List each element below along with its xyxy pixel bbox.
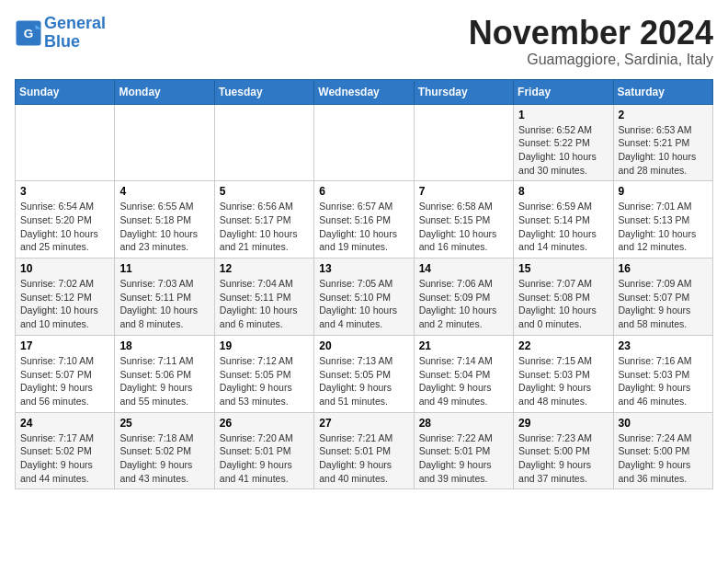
calendar-cell: 6Sunrise: 6:57 AM Sunset: 5:16 PM Daylig… [314, 181, 414, 259]
day-number: 2 [619, 109, 708, 121]
logo-line1: General [44, 14, 106, 32]
day-number: 6 [319, 185, 408, 198]
day-info: Sunrise: 7:15 AM Sunset: 5:03 PM Dayligh… [518, 354, 608, 408]
calendar-cell: 15Sunrise: 7:07 AM Sunset: 5:08 PM Dayli… [514, 259, 613, 336]
calendar-cell: 27Sunrise: 7:21 AM Sunset: 5:01 PM Dayli… [314, 412, 414, 489]
calendar-cell: 20Sunrise: 7:13 AM Sunset: 5:05 PM Dayli… [314, 335, 414, 412]
calendar-cell: 22Sunrise: 7:15 AM Sunset: 5:03 PM Dayli… [514, 335, 613, 412]
weekday-header-sunday: Sunday [16, 79, 115, 104]
calendar-cell: 21Sunrise: 7:14 AM Sunset: 5:04 PM Dayli… [414, 335, 513, 412]
day-number: 18 [119, 339, 209, 352]
day-info: Sunrise: 7:21 AM Sunset: 5:01 PM Dayligh… [319, 431, 408, 486]
day-info: Sunrise: 7:04 AM Sunset: 5:11 PM Dayligh… [220, 277, 309, 331]
day-info: Sunrise: 7:13 AM Sunset: 5:05 PM Dayligh… [319, 354, 408, 408]
day-number: 23 [619, 339, 708, 352]
calendar-week-row: 17Sunrise: 7:10 AM Sunset: 5:07 PM Dayli… [16, 335, 713, 412]
day-number: 11 [119, 262, 209, 275]
calendar-cell: 4Sunrise: 6:55 AM Sunset: 5:18 PM Daylig… [115, 181, 214, 259]
day-info: Sunrise: 7:02 AM Sunset: 5:12 PM Dayligh… [20, 277, 109, 331]
calendar-cell: 12Sunrise: 7:04 AM Sunset: 5:11 PM Dayli… [214, 259, 313, 336]
weekday-header-friday: Friday [514, 79, 613, 104]
calendar-cell [16, 104, 115, 181]
day-number: 14 [419, 262, 508, 275]
day-info: Sunrise: 6:53 AM Sunset: 5:21 PM Dayligh… [619, 123, 708, 178]
logo-icon: G [15, 19, 42, 47]
calendar-cell: 29Sunrise: 7:23 AM Sunset: 5:00 PM Dayli… [514, 412, 613, 489]
day-number: 7 [419, 185, 508, 198]
day-info: Sunrise: 7:09 AM Sunset: 5:07 PM Dayligh… [619, 277, 708, 331]
svg-text:G: G [24, 26, 34, 40]
calendar-cell: 13Sunrise: 7:05 AM Sunset: 5:10 PM Dayli… [314, 259, 414, 336]
weekday-header-tuesday: Tuesday [214, 79, 313, 104]
calendar-title-area: November 2024 Guamaggiore, Sardinia, Ita… [469, 15, 713, 68]
day-number: 1 [518, 109, 608, 121]
calendar-cell: 10Sunrise: 7:02 AM Sunset: 5:12 PM Dayli… [16, 259, 115, 336]
calendar-cell: 7Sunrise: 6:58 AM Sunset: 5:15 PM Daylig… [414, 181, 513, 259]
weekday-header-saturday: Saturday [613, 79, 712, 104]
calendar-cell: 17Sunrise: 7:10 AM Sunset: 5:07 PM Dayli… [16, 335, 115, 412]
day-number: 28 [419, 417, 508, 430]
calendar-cell [115, 104, 214, 181]
day-info: Sunrise: 7:07 AM Sunset: 5:08 PM Dayligh… [518, 277, 608, 331]
month-title: November 2024 [469, 15, 713, 52]
day-info: Sunrise: 7:05 AM Sunset: 5:10 PM Dayligh… [319, 277, 408, 331]
day-info: Sunrise: 7:17 AM Sunset: 5:02 PM Dayligh… [20, 431, 109, 486]
calendar-cell: 30Sunrise: 7:24 AM Sunset: 5:00 PM Dayli… [613, 412, 712, 489]
weekday-header-monday: Monday [115, 79, 214, 104]
calendar-cell: 23Sunrise: 7:16 AM Sunset: 5:03 PM Dayli… [613, 335, 712, 412]
day-number: 4 [119, 185, 209, 198]
day-info: Sunrise: 7:14 AM Sunset: 5:04 PM Dayligh… [419, 354, 508, 408]
calendar-cell: 1Sunrise: 6:52 AM Sunset: 5:22 PM Daylig… [514, 104, 613, 181]
day-info: Sunrise: 7:03 AM Sunset: 5:11 PM Dayligh… [119, 277, 209, 331]
day-number: 19 [220, 339, 309, 352]
day-number: 25 [119, 417, 209, 430]
location-title: Guamaggiore, Sardinia, Italy [469, 52, 713, 68]
day-info: Sunrise: 6:56 AM Sunset: 5:17 PM Dayligh… [220, 200, 309, 254]
day-info: Sunrise: 7:23 AM Sunset: 5:00 PM Dayligh… [518, 431, 608, 486]
day-number: 21 [419, 339, 508, 352]
logo: G General Blue [15, 15, 106, 52]
day-info: Sunrise: 6:58 AM Sunset: 5:15 PM Dayligh… [419, 200, 508, 254]
day-info: Sunrise: 7:11 AM Sunset: 5:06 PM Dayligh… [119, 354, 209, 408]
calendar-cell [314, 104, 414, 181]
day-number: 10 [20, 262, 109, 275]
calendar-week-row: 10Sunrise: 7:02 AM Sunset: 5:12 PM Dayli… [16, 259, 713, 336]
calendar-cell: 16Sunrise: 7:09 AM Sunset: 5:07 PM Dayli… [613, 259, 712, 336]
weekday-header-wednesday: Wednesday [314, 79, 414, 104]
day-number: 17 [20, 339, 109, 352]
day-info: Sunrise: 7:16 AM Sunset: 5:03 PM Dayligh… [619, 354, 708, 408]
weekday-header-thursday: Thursday [414, 79, 513, 104]
day-info: Sunrise: 7:12 AM Sunset: 5:05 PM Dayligh… [220, 354, 309, 408]
calendar-cell: 25Sunrise: 7:18 AM Sunset: 5:02 PM Dayli… [115, 412, 214, 489]
calendar-cell: 19Sunrise: 7:12 AM Sunset: 5:05 PM Dayli… [214, 335, 313, 412]
calendar-week-row: 24Sunrise: 7:17 AM Sunset: 5:02 PM Dayli… [16, 412, 713, 489]
day-info: Sunrise: 7:22 AM Sunset: 5:01 PM Dayligh… [419, 431, 508, 486]
calendar-table: SundayMondayTuesdayWednesdayThursdayFrid… [15, 79, 713, 490]
calendar-cell: 18Sunrise: 7:11 AM Sunset: 5:06 PM Dayli… [115, 335, 214, 412]
calendar-cell: 26Sunrise: 7:20 AM Sunset: 5:01 PM Dayli… [214, 412, 313, 489]
logo-line2: Blue [44, 32, 80, 51]
day-info: Sunrise: 6:54 AM Sunset: 5:20 PM Dayligh… [20, 200, 109, 254]
calendar-week-row: 3Sunrise: 6:54 AM Sunset: 5:20 PM Daylig… [16, 181, 713, 259]
day-info: Sunrise: 7:20 AM Sunset: 5:01 PM Dayligh… [220, 431, 309, 486]
calendar-cell: 24Sunrise: 7:17 AM Sunset: 5:02 PM Dayli… [16, 412, 115, 489]
day-number: 8 [518, 185, 608, 198]
day-number: 27 [319, 417, 408, 430]
day-number: 13 [319, 262, 408, 275]
day-number: 16 [619, 262, 708, 275]
day-number: 22 [518, 339, 608, 352]
day-number: 26 [220, 417, 309, 430]
day-info: Sunrise: 6:52 AM Sunset: 5:22 PM Dayligh… [518, 123, 608, 178]
day-number: 15 [518, 262, 608, 275]
day-info: Sunrise: 6:55 AM Sunset: 5:18 PM Dayligh… [119, 200, 209, 254]
calendar-cell: 5Sunrise: 6:56 AM Sunset: 5:17 PM Daylig… [214, 181, 313, 259]
day-number: 20 [319, 339, 408, 352]
day-number: 30 [619, 417, 708, 430]
calendar-cell: 28Sunrise: 7:22 AM Sunset: 5:01 PM Dayli… [414, 412, 513, 489]
day-number: 29 [518, 417, 608, 430]
day-info: Sunrise: 7:24 AM Sunset: 5:00 PM Dayligh… [619, 431, 708, 486]
calendar-cell [414, 104, 513, 181]
page-header: G General Blue November 2024 Guamaggiore… [15, 15, 713, 68]
day-info: Sunrise: 7:10 AM Sunset: 5:07 PM Dayligh… [20, 354, 109, 408]
calendar-cell: 11Sunrise: 7:03 AM Sunset: 5:11 PM Dayli… [115, 259, 214, 336]
